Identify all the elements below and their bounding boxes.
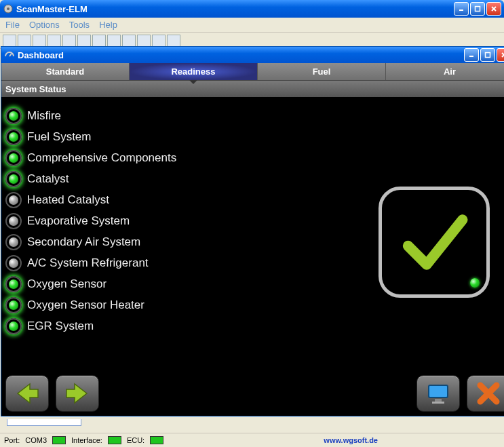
- status-item: Evaporative System: [5, 213, 176, 229]
- status-item-label: Secondary Air System: [27, 235, 140, 249]
- tab-readiness[interactable]: Readiness: [130, 63, 258, 80]
- status-item-label: Comprehensive Components: [27, 151, 176, 165]
- menubar: File Options Tools Help: [0, 18, 504, 33]
- tab-fuel[interactable]: Fuel: [258, 63, 386, 80]
- toolbar-icon[interactable]: [62, 35, 76, 47]
- port-value: COM3: [25, 436, 47, 444]
- interface-label: Interface:: [71, 436, 102, 444]
- status-item-label: Misfire: [27, 109, 61, 123]
- inner-window-title: Dashboard: [18, 50, 464, 60]
- status-item-label: Catalyst: [27, 172, 69, 186]
- status-item: Catalyst: [5, 171, 176, 187]
- port-status-icon: [52, 436, 66, 444]
- led-green-icon: [5, 150, 22, 166]
- ecu-status-icon: [150, 436, 163, 444]
- menu-tools[interactable]: Tools: [69, 20, 90, 30]
- close-button[interactable]: [486, 2, 501, 16]
- status-item: Oxygen Sensor Heater: [5, 297, 176, 313]
- status-item-label: Heated Catalyst: [27, 193, 109, 207]
- svg-rect-8: [486, 53, 490, 58]
- toolbar-icon[interactable]: [18, 35, 31, 47]
- status-item-label: EGR System: [27, 319, 94, 333]
- content-area: MisfireFuel SystemComprehensive Componen…: [1, 97, 504, 416]
- led-green-icon: [5, 297, 22, 313]
- status-bar: Port: COM3 Interface: ECU: www.wgsoft.de: [0, 433, 504, 446]
- toolbar-icon[interactable]: [77, 35, 91, 47]
- arrow-right-icon: [64, 380, 91, 407]
- toolbar-icon[interactable]: [47, 35, 61, 47]
- prev-button[interactable]: [5, 375, 49, 412]
- dashboard-icon: [4, 50, 15, 60]
- menu-options[interactable]: Options: [29, 20, 60, 30]
- toolbar-icon[interactable]: [122, 35, 136, 47]
- port-label: Port:: [4, 436, 20, 444]
- display-mode-button[interactable]: [416, 375, 460, 412]
- inner-close-button[interactable]: [497, 48, 504, 62]
- dashboard-window: Dashboard Standard Readiness Fuel Air Sy…: [1, 46, 504, 416]
- status-item: A/C System Refrigerant: [5, 255, 176, 271]
- led-grey-icon: [5, 213, 22, 229]
- status-item: Fuel System: [5, 129, 176, 145]
- status-item: Comprehensive Components: [5, 150, 176, 166]
- maximize-button[interactable]: [470, 2, 485, 16]
- next-button[interactable]: [56, 375, 99, 412]
- led-green-icon: [5, 108, 22, 124]
- svg-rect-3: [476, 7, 480, 12]
- toolbar-icon[interactable]: [107, 35, 121, 47]
- status-item-label: Oxygen Sensor Heater: [27, 298, 144, 312]
- toolbar-icon[interactable]: [3, 35, 16, 47]
- led-green-icon: [5, 318, 22, 334]
- section-header: System Status: [1, 81, 504, 97]
- svg-rect-11: [429, 385, 448, 397]
- vendor-link[interactable]: www.wgsoft.de: [324, 436, 378, 444]
- svg-rect-13: [432, 402, 444, 404]
- svg-line-6: [9, 54, 12, 56]
- app-icon: [3, 3, 14, 14]
- tab-air[interactable]: Air: [386, 63, 504, 80]
- monitor-icon: [425, 380, 452, 407]
- toolbar-icon[interactable]: [33, 35, 46, 47]
- inner-titlebar[interactable]: Dashboard: [1, 47, 504, 63]
- led-green-icon: [5, 276, 22, 292]
- led-grey-icon: [5, 255, 22, 271]
- svg-point-1: [7, 7, 9, 10]
- led-grey-icon: [5, 192, 22, 208]
- status-dot-icon: [470, 278, 480, 288]
- menu-help[interactable]: Help: [99, 20, 117, 30]
- panel-stub: [7, 419, 81, 426]
- readiness-check-indicator: [379, 187, 490, 298]
- arrow-left-icon: [14, 380, 41, 407]
- status-item: Oxygen Sensor: [5, 276, 176, 292]
- inner-maximize-button[interactable]: [480, 48, 495, 62]
- checkmark-icon: [397, 205, 471, 279]
- outer-titlebar[interactable]: ScanMaster-ELM: [0, 0, 504, 18]
- led-green-icon: [5, 171, 22, 187]
- tab-row: Standard Readiness Fuel Air: [1, 63, 504, 81]
- interface-status-icon: [108, 436, 121, 444]
- status-item-label: Evaporative System: [27, 214, 130, 228]
- status-item-label: Fuel System: [27, 130, 91, 144]
- minimize-button[interactable]: [454, 2, 469, 16]
- tab-standard[interactable]: Standard: [1, 63, 130, 80]
- led-grey-icon: [5, 234, 22, 250]
- toolbar-icon[interactable]: [167, 35, 180, 47]
- ecu-label: ECU:: [127, 436, 144, 444]
- status-item: Secondary Air System: [5, 234, 176, 250]
- toolbar-icon[interactable]: [92, 35, 106, 47]
- status-item-label: A/C System Refrigerant: [27, 256, 149, 270]
- status-item: Misfire: [5, 108, 176, 124]
- outer-window-title: ScanMaster-ELM: [16, 4, 454, 14]
- cancel-button[interactable]: [467, 375, 504, 412]
- status-item-label: Oxygen Sensor: [27, 277, 106, 291]
- status-item: Heated Catalyst: [5, 192, 176, 208]
- toolbar-icon[interactable]: [137, 35, 151, 47]
- status-item: EGR System: [5, 318, 176, 334]
- svg-rect-12: [435, 399, 442, 402]
- led-green-icon: [5, 129, 22, 145]
- menu-file[interactable]: File: [5, 20, 20, 30]
- status-list: MisfireFuel SystemComprehensive Componen…: [5, 108, 176, 334]
- toolbar-icon[interactable]: [152, 35, 166, 47]
- close-icon: [475, 380, 502, 407]
- inner-minimize-button[interactable]: [464, 48, 479, 62]
